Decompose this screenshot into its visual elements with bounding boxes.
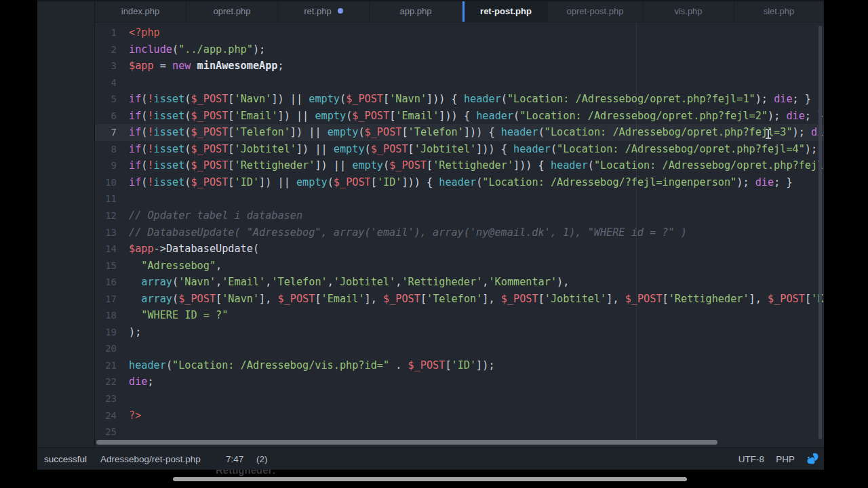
line-text: [117, 75, 129, 92]
line-text: [117, 390, 129, 407]
code-line: 18 "WHERE ID = ?": [95, 307, 824, 324]
window-top-edge: [37, 0, 824, 1]
line-text: "Adressebog",: [117, 258, 222, 274]
status-tab-group: (2): [256, 454, 268, 464]
line-text: [117, 424, 129, 441]
line-number: 1: [95, 24, 117, 41]
tab-label: opret.php: [214, 6, 251, 16]
code-line: 12// Opdater tabel i databasen: [95, 207, 824, 224]
code-line: 13// DatabaseUpdate( "Adressebog", array…: [95, 224, 824, 241]
code-line: 3$app = new minAwesomeApp;: [95, 58, 824, 75]
status-caret-position: 7:47: [226, 454, 243, 464]
line-number: 21: [95, 357, 117, 374]
tab-label: vis.php: [674, 6, 702, 16]
tab-label: ret-post.php: [480, 6, 532, 16]
line-number: 2: [95, 41, 117, 58]
code-line: 25: [95, 424, 824, 441]
code-line: 2include("../app.php");: [95, 41, 824, 58]
line-text: $app = new minAwesomeApp;: [117, 58, 284, 75]
tab-app.php[interactable]: app.php: [370, 0, 462, 22]
code-line: 24?>: [95, 407, 824, 424]
line-text: [117, 340, 129, 357]
background-window-strip: [37, 0, 95, 470]
tab-slet.php[interactable]: slet.php: [734, 0, 824, 22]
code-line: 8if(!isset($_POST['Jobtitel']) || empty(…: [95, 141, 824, 158]
tab-opret.php[interactable]: opret.php: [186, 0, 278, 22]
tab-index.php[interactable]: index.php: [95, 0, 186, 22]
code-line: 19);: [95, 324, 824, 341]
tab-label: slet.php: [764, 6, 795, 16]
code-line: 15 "Adressebog",: [95, 258, 824, 274]
line-number: 11: [95, 190, 117, 207]
line-number: 6: [95, 108, 117, 125]
code-editor[interactable]: 1<?php2include("../app.php");3$app = new…: [95, 22, 824, 447]
code-line: 20: [95, 340, 824, 357]
code-line: 14$app->DatabaseUpdate(: [95, 241, 824, 258]
line-number: 19: [95, 324, 117, 341]
code-line: 9if(!isset($_POST['Rettigheder']) || emp…: [95, 157, 824, 174]
line-number: 7: [95, 124, 117, 141]
squirrel-icon: [805, 451, 820, 466]
tab-ret-post.php[interactable]: ret-post.php: [462, 0, 548, 22]
tab-ret.php[interactable]: ret.php: [278, 0, 370, 22]
background-browser-inner-strip: [173, 477, 687, 481]
line-text: $app->DatabaseUpdate(: [117, 241, 259, 258]
line-text: // DatabaseUpdate( "Adressebog", array('…: [117, 224, 687, 241]
status-bar: successful Adressebog/ret-post.php 7:47 …: [37, 447, 824, 470]
tab-opret-post.php[interactable]: opret-post.php: [548, 0, 643, 22]
line-number: 9: [95, 157, 117, 174]
code-lines: 1<?php2include("../app.php");3$app = new…: [95, 24, 824, 441]
line-number: 15: [95, 258, 117, 274]
line-text: if(!isset($_POST['Navn']) || empty($_POS…: [117, 91, 811, 108]
tab-bar: index.phpopret.phpret.phpapp.phpret-post…: [95, 0, 824, 22]
line-text: "WHERE ID = ?": [117, 307, 228, 324]
horizontal-scrollbar[interactable]: [96, 440, 717, 445]
line-text: );: [117, 324, 141, 341]
line-number: 25: [95, 424, 117, 441]
mouse-ibeam-cursor: [766, 129, 772, 139]
line-number: 18: [95, 307, 117, 324]
line-text: if(!isset($_POST['Rettigheder']) || empt…: [117, 157, 824, 174]
line-number: 3: [95, 58, 117, 75]
tab-vis.php[interactable]: vis.php: [643, 0, 734, 22]
screen: Rettigheder: index.phpopret.phpret.phpap…: [0, 0, 868, 488]
code-line: 5if(!isset($_POST['Navn']) || empty($_PO…: [95, 91, 824, 108]
line-number: 14: [95, 241, 117, 258]
tab-label: opret-post.php: [567, 6, 624, 16]
code-line: 21header("Location: /Adressebog/vis.php?…: [95, 357, 824, 374]
line-number: 20: [95, 340, 117, 357]
line-number: 17: [95, 291, 117, 308]
vertical-scrollbar[interactable]: [818, 26, 822, 439]
editor-window: index.phpopret.phpret.phpapp.phpret-post…: [37, 0, 824, 470]
line-text: array('Navn','Email','Telefon','Jobtitel…: [117, 274, 569, 291]
line-number: 5: [95, 91, 117, 108]
line-text: if(!isset($_POST['Email']) || empty($_PO…: [117, 108, 823, 125]
code-line: 17 array($_POST['Navn'], $_POST['Email']…: [95, 291, 824, 308]
line-number: 22: [95, 373, 117, 390]
tab-label: ret.php: [304, 6, 331, 16]
line-number: 4: [95, 75, 117, 92]
line-number: 12: [95, 207, 117, 224]
line-number: 16: [95, 274, 117, 291]
code-line: 6if(!isset($_POST['Email']) || empty($_P…: [95, 108, 824, 125]
line-number: 13: [95, 224, 117, 241]
line-number: 23: [95, 390, 117, 407]
line-text: header("Location: /Adressebog/vis.php?id…: [117, 357, 495, 374]
code-line: 1<?php: [95, 24, 824, 41]
status-message: successful: [44, 454, 87, 464]
line-text: ?>: [117, 407, 141, 424]
code-line: 10if(!isset($_POST['ID']) || empty($_POS…: [95, 174, 824, 191]
tab-label: index.php: [121, 6, 159, 16]
status-syntax-mode[interactable]: PHP: [776, 454, 795, 464]
code-line: 11: [95, 190, 824, 207]
code-line: 16 array('Navn','Email','Telefon','Jobti…: [95, 274, 824, 291]
modified-dot-icon: [338, 8, 343, 14]
line-text: if(!isset($_POST['Telefon']) || empty($_…: [117, 124, 824, 141]
line-number: 8: [95, 141, 117, 158]
line-text: // Opdater tabel i databasen: [117, 207, 302, 224]
line-text: [117, 190, 129, 207]
code-line: 4: [95, 75, 824, 92]
line-text: if(!isset($_POST['Jobtitel']) || empty($…: [117, 141, 824, 158]
status-encoding[interactable]: UTF-8: [738, 454, 764, 464]
line-text: <?php: [117, 24, 160, 41]
